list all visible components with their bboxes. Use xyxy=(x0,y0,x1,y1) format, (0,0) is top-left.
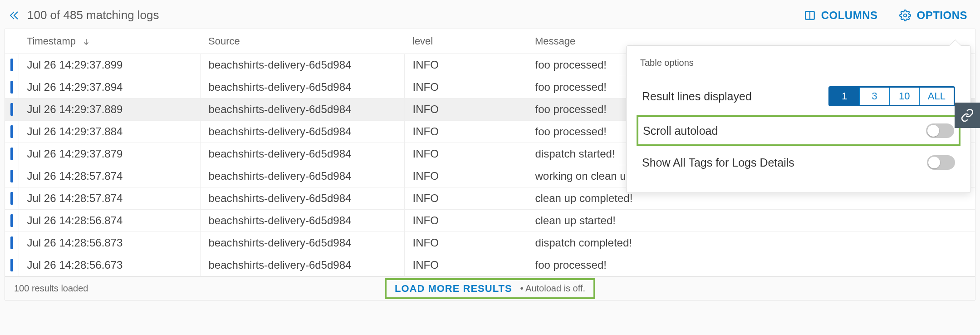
row-marker xyxy=(5,254,19,276)
cell-source: beachshirts-delivery-6d5d984 xyxy=(200,232,404,254)
cell-source: beachshirts-delivery-6d5d984 xyxy=(200,143,404,165)
svg-point-2 xyxy=(904,14,907,17)
row-marker xyxy=(5,232,19,254)
columns-icon xyxy=(804,10,816,21)
share-link-tab[interactable] xyxy=(955,103,980,128)
popover-title: Table options xyxy=(640,58,957,68)
cell-level: INFO xyxy=(404,99,527,121)
collapse-back-icon[interactable] xyxy=(8,10,19,21)
cell-timestamp: Jul 26 14:29:37.899 xyxy=(19,54,200,76)
segment-10[interactable]: 10 xyxy=(890,88,920,105)
header-actions: COLUMNS OPTIONS xyxy=(804,9,967,22)
cell-timestamp: Jul 26 14:28:56.873 xyxy=(19,232,200,254)
cell-timestamp: Jul 26 14:28:56.874 xyxy=(19,210,200,232)
cell-level: INFO xyxy=(404,254,527,276)
cell-level: INFO xyxy=(404,232,527,254)
segment-3[interactable]: 3 xyxy=(860,88,890,105)
lines-segmented-control: 1 3 10 ALL xyxy=(828,86,955,106)
cell-timestamp: Jul 26 14:29:37.894 xyxy=(19,76,200,99)
table-row[interactable]: Jul 26 14:28:56.873beachshirts-delivery-… xyxy=(5,232,975,254)
results-loaded-label: 100 results loaded xyxy=(14,283,88,294)
cell-source: beachshirts-delivery-6d5d984 xyxy=(200,165,404,187)
cell-message: foo processed! xyxy=(527,254,975,276)
lines-displayed-row: Result lines displayed 1 3 10 ALL xyxy=(640,80,957,113)
options-button[interactable]: OPTIONS xyxy=(899,9,967,22)
table-options-popover: Table options Result lines displayed 1 3… xyxy=(626,45,971,193)
cell-source: beachshirts-delivery-6d5d984 xyxy=(200,76,404,99)
header-left: 100 of 485 matching logs xyxy=(8,8,159,22)
scroll-autoload-label: Scroll autoload xyxy=(643,124,718,138)
show-tags-label: Show All Tags for Logs Details xyxy=(642,156,794,169)
cell-source: beachshirts-delivery-6d5d984 xyxy=(200,210,404,232)
cell-source: beachshirts-delivery-6d5d984 xyxy=(200,254,404,276)
cell-message: dispatch completed! xyxy=(527,232,975,254)
row-marker xyxy=(5,99,19,121)
col-source-label: Source xyxy=(208,35,240,47)
columns-button-label: COLUMNS xyxy=(821,9,878,22)
cell-message: clean up started! xyxy=(527,210,975,232)
lines-displayed-label: Result lines displayed xyxy=(642,90,752,103)
scroll-autoload-row: Scroll autoload xyxy=(637,115,960,146)
matching-summary: 100 of 485 matching logs xyxy=(27,8,159,22)
columns-button[interactable]: COLUMNS xyxy=(804,9,878,22)
link-icon xyxy=(960,108,974,122)
table-footer: 100 results loaded LOAD MORE RESULTS Aut… xyxy=(5,276,975,300)
results-header: 100 of 485 matching logs COLUMNS OPTIONS xyxy=(5,5,975,29)
col-timestamp-label: Timestamp xyxy=(27,35,76,47)
cell-timestamp: Jul 26 14:29:37.879 xyxy=(19,143,200,165)
row-marker xyxy=(5,210,19,232)
cell-level: INFO xyxy=(404,187,527,210)
table-row[interactable]: Jul 26 14:28:56.874beachshirts-delivery-… xyxy=(5,210,975,232)
segment-all[interactable]: ALL xyxy=(920,88,954,105)
col-marker xyxy=(5,29,19,54)
cell-level: INFO xyxy=(404,143,527,165)
segment-1[interactable]: 1 xyxy=(830,88,860,105)
col-source[interactable]: Source xyxy=(200,29,404,54)
table-row[interactable]: Jul 26 14:28:56.673beachshirts-delivery-… xyxy=(5,254,975,276)
row-marker xyxy=(5,121,19,143)
cell-level: INFO xyxy=(404,121,527,143)
cell-source: beachshirts-delivery-6d5d984 xyxy=(200,121,404,143)
col-level-label: level xyxy=(412,35,433,47)
cell-level: INFO xyxy=(404,54,527,76)
cell-timestamp: Jul 26 14:28:57.874 xyxy=(19,187,200,210)
show-tags-toggle[interactable] xyxy=(927,155,955,170)
col-timestamp[interactable]: Timestamp xyxy=(19,29,200,54)
options-button-label: OPTIONS xyxy=(916,9,967,22)
show-tags-row: Show All Tags for Logs Details xyxy=(640,149,957,176)
row-marker xyxy=(5,165,19,187)
col-level[interactable]: level xyxy=(404,29,527,54)
autoload-hint: Autoload is off. xyxy=(520,283,585,294)
row-marker xyxy=(5,54,19,76)
load-more-button[interactable]: LOAD MORE RESULTS xyxy=(395,283,512,295)
cell-timestamp: Jul 26 14:29:37.889 xyxy=(19,99,200,121)
cell-level: INFO xyxy=(404,210,527,232)
cell-level: INFO xyxy=(404,165,527,187)
cell-source: beachshirts-delivery-6d5d984 xyxy=(200,54,404,76)
cell-timestamp: Jul 26 14:28:57.874 xyxy=(19,165,200,187)
scroll-autoload-toggle[interactable] xyxy=(926,123,954,138)
col-message-label: Message xyxy=(535,35,575,47)
cell-timestamp: Jul 26 14:29:37.884 xyxy=(19,121,200,143)
row-marker xyxy=(5,187,19,210)
sort-desc-icon xyxy=(82,38,90,46)
gear-icon xyxy=(899,10,911,21)
cell-level: INFO xyxy=(404,76,527,99)
cell-source: beachshirts-delivery-6d5d984 xyxy=(200,99,404,121)
cell-source: beachshirts-delivery-6d5d984 xyxy=(200,187,404,210)
row-marker xyxy=(5,143,19,165)
row-marker xyxy=(5,76,19,99)
cell-timestamp: Jul 26 14:28:56.673 xyxy=(19,254,200,276)
load-more-region: LOAD MORE RESULTS Autoload is off. xyxy=(385,278,595,299)
